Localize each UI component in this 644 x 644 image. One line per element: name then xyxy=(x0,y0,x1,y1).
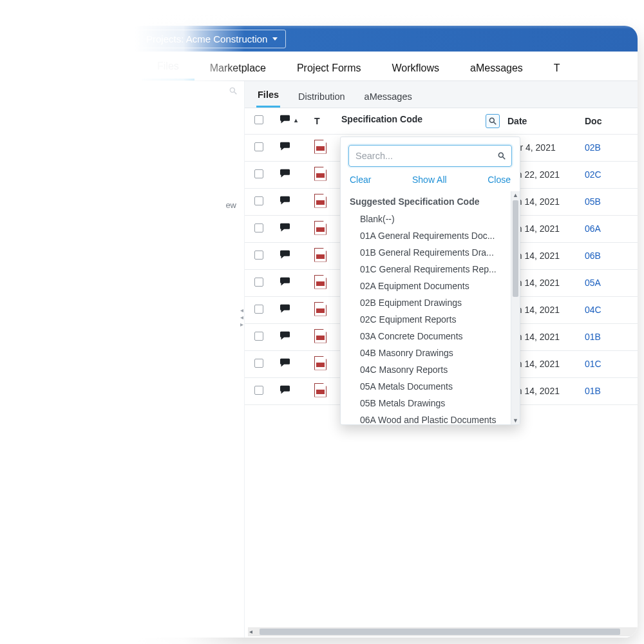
pdf-icon xyxy=(314,167,327,181)
row-checkbox[interactable] xyxy=(254,386,263,395)
column-date[interactable]: Date xyxy=(502,108,580,134)
column-filter-button[interactable] xyxy=(486,114,500,128)
row-checkbox[interactable] xyxy=(254,223,263,232)
scroll-left-icon: ◂ xyxy=(249,628,252,635)
tab-project-forms[interactable]: Project Forms xyxy=(281,53,377,80)
pdf-icon xyxy=(314,275,327,289)
comment-icon[interactable] xyxy=(278,308,292,318)
svg-point-4 xyxy=(498,153,503,157)
select-all-checkbox[interactable] xyxy=(254,115,263,124)
comment-icon[interactable] xyxy=(278,227,292,237)
filter-clear-link[interactable]: Clear xyxy=(350,175,371,185)
row-doc-link[interactable]: 01B xyxy=(585,386,601,396)
svg-line-5 xyxy=(503,157,506,160)
sort-ascending-icon: ▴ xyxy=(294,117,298,124)
tab-workflows[interactable]: Workflows xyxy=(377,53,455,80)
tab-marketplace[interactable]: Marketplace xyxy=(194,53,281,80)
table-header-row: ▴ T Specification Code xyxy=(245,108,638,134)
filter-search-field[interactable] xyxy=(354,150,497,162)
row-checkbox[interactable] xyxy=(254,169,263,178)
filter-suggestion-item[interactable]: Blank(--) xyxy=(350,211,507,227)
sidebar: ew xyxy=(129,81,245,638)
comment-icon[interactable] xyxy=(278,389,292,399)
row-doc-link[interactable]: 06A xyxy=(585,223,601,234)
file-table: ▴ T Specification Code xyxy=(245,108,638,638)
subtab-files[interactable]: Files xyxy=(256,82,280,108)
comment-icon[interactable] xyxy=(278,254,292,264)
column-comments[interactable]: ▴ xyxy=(273,108,309,134)
spec-filter-popover: Clear Show All Close Suggested Specifica… xyxy=(340,137,520,425)
comment-icon[interactable] xyxy=(278,200,292,210)
tab-more[interactable]: T xyxy=(538,53,576,80)
subtab-distribution[interactable]: Distribution xyxy=(297,84,346,108)
sidebar-tree-item[interactable]: ew xyxy=(225,200,236,210)
filter-suggestion-item[interactable]: 04C Masonry Reports xyxy=(350,361,507,378)
popover-scrollbar[interactable]: ▲ ▼ xyxy=(511,191,520,424)
column-label: Date xyxy=(507,116,527,126)
filter-suggestion-item[interactable]: 04B Masonry Drawings xyxy=(350,345,507,361)
column-label: Specification Code xyxy=(341,114,422,124)
horizontal-scrollbar[interactable]: ◂ xyxy=(248,627,638,636)
comment-icon[interactable] xyxy=(278,281,292,291)
filter-suggestion-item[interactable]: 05B Metals Drawings xyxy=(350,395,507,412)
pdf-icon xyxy=(314,248,327,262)
column-label: T xyxy=(314,116,320,126)
filter-suggestion-list: Suggested Specification Code Blank(--)01… xyxy=(341,191,511,424)
tab-files[interactable]: Files xyxy=(142,52,194,80)
sub-tabs: Files Distribution aMessages xyxy=(245,81,638,108)
row-doc-link[interactable]: 05A xyxy=(585,278,601,288)
tab-label: Files xyxy=(157,61,179,71)
subtab-label: aMessages xyxy=(365,91,412,102)
row-doc-link[interactable]: 06B xyxy=(585,251,601,261)
row-checkbox[interactable] xyxy=(254,359,263,368)
svg-line-1 xyxy=(234,92,237,95)
column-spec-code[interactable]: Specification Code xyxy=(336,108,502,134)
filter-search-input[interactable] xyxy=(348,145,512,167)
filter-suggestion-item[interactable]: 01B General Requirements Dra... xyxy=(350,244,507,261)
column-type[interactable]: T xyxy=(309,108,336,134)
filter-suggestion-heading: Suggested Specification Code xyxy=(350,194,507,211)
row-checkbox[interactable] xyxy=(254,142,263,151)
row-checkbox[interactable] xyxy=(254,196,263,205)
filter-suggestion-item[interactable]: 01C General Requirements Rep... xyxy=(350,261,507,278)
project-selector[interactable]: Projects: Acme Construction xyxy=(138,30,286,48)
filter-suggestion-item[interactable]: 02B Equipment Drawings xyxy=(350,294,507,311)
svg-point-0 xyxy=(230,88,234,92)
project-selector-label: Projects: Acme Construction xyxy=(146,33,267,44)
comment-icon[interactable] xyxy=(278,173,292,183)
body: ew Files Distribution aMessages ◂◂▸ xyxy=(129,81,638,638)
pdf-icon xyxy=(314,356,327,370)
scrollbar-thumb[interactable] xyxy=(260,629,620,635)
filter-suggestion-item[interactable]: 03A Concrete Documents xyxy=(350,328,507,345)
subtab-amessages[interactable]: aMessages xyxy=(363,84,413,108)
panel-drag-handle[interactable]: ◂◂▸ xyxy=(240,307,243,328)
filter-showall-link[interactable]: Show All xyxy=(412,175,447,185)
comment-icon xyxy=(278,113,292,127)
row-checkbox[interactable] xyxy=(254,278,263,287)
filter-suggestion-item[interactable]: 01A General Requirements Doc... xyxy=(350,227,507,244)
row-doc-link[interactable]: 05B xyxy=(585,196,601,207)
row-doc-link[interactable]: 04C xyxy=(585,305,601,315)
tab-label: aMessages xyxy=(470,62,523,73)
filter-close-link[interactable]: Close xyxy=(488,175,511,185)
row-checkbox[interactable] xyxy=(254,251,263,260)
main-tabs: Files Marketplace Project Forms Workflow… xyxy=(129,52,638,81)
row-checkbox[interactable] xyxy=(254,305,263,314)
scrollbar-thumb[interactable] xyxy=(513,200,518,297)
comment-icon[interactable] xyxy=(278,146,292,156)
filter-suggestion-item[interactable]: 05A Metals Documents xyxy=(350,378,507,395)
svg-point-2 xyxy=(489,118,494,122)
filter-suggestion-item[interactable]: 02C Equipment Reports xyxy=(350,311,507,328)
filter-suggestion-item[interactable]: 06A Wood and Plastic Documents xyxy=(350,412,507,424)
comment-icon[interactable] xyxy=(278,362,292,372)
tab-amessages[interactable]: aMessages xyxy=(455,53,538,80)
row-doc-link[interactable]: 02B xyxy=(585,142,601,153)
filter-suggestion-item[interactable]: 02A Equipment Documents xyxy=(350,278,507,294)
column-doc[interactable]: Doc xyxy=(580,108,638,134)
row-doc-link[interactable]: 01B xyxy=(585,332,601,342)
comment-icon[interactable] xyxy=(278,335,292,345)
row-checkbox[interactable] xyxy=(254,332,263,341)
row-doc-link[interactable]: 02C xyxy=(585,169,601,180)
search-icon[interactable] xyxy=(229,86,238,97)
row-doc-link[interactable]: 01C xyxy=(585,359,601,369)
